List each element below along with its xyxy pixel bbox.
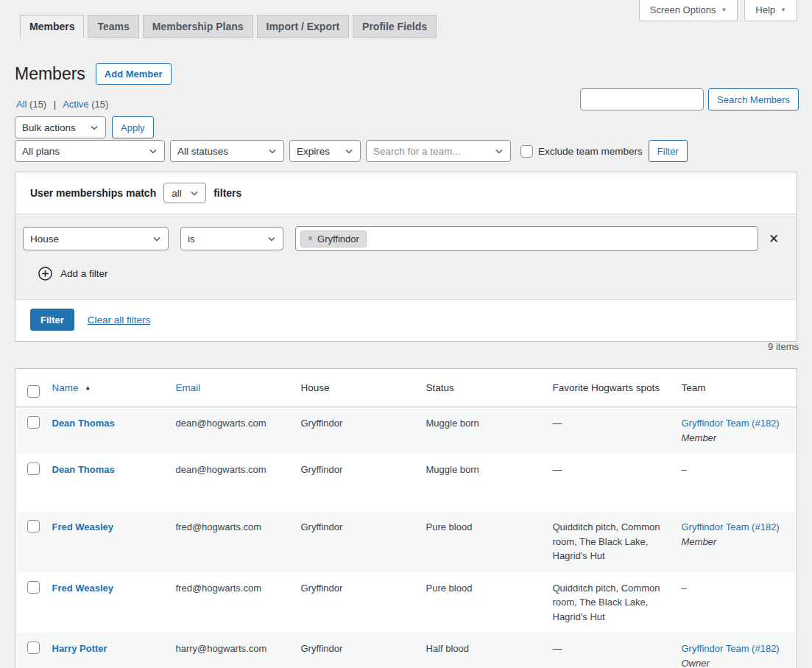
team-search-select[interactable]: Search for a team... [366,140,511,162]
column-header-name: Name ▲ [45,369,169,407]
page-title: Members [15,63,85,85]
tab-members[interactable]: Members [20,15,84,38]
match-suffix-label: filters [213,187,241,199]
member-team-cell: Gryffindor Team (#182) Owner [674,633,797,668]
clear-all-filters-link[interactable]: Clear all filters [88,314,151,326]
member-spots: — [546,407,674,454]
member-email: dean@hogwarts.com [169,454,294,511]
bulk-actions-select[interactable]: Bulk actions [15,116,106,138]
team-link[interactable]: Gryffindor Team (#182) [682,520,790,535]
member-status: Half blood [419,633,546,668]
chevron-down-icon [343,145,355,157]
row-checkbox[interactable] [27,520,40,532]
filter-bar-button[interactable]: Filter [649,140,688,162]
member-email: dean@hogwarts.com [169,407,294,454]
member-row: Harry Potter harry@hogwarts.com Gryffind… [15,633,797,668]
member-spots: — [546,633,674,668]
add-filter-button[interactable]: Add a filter [38,266,789,281]
team-link[interactable]: Gryffindor Team (#182) [682,416,790,431]
member-email: harry@hogwarts.com [169,633,294,668]
screen-options-button[interactable]: Screen Options ▼ [639,0,738,21]
member-row: Dean Thomas dean@hogwarts.com Gryffindor… [15,454,797,511]
chevron-down-icon [188,187,200,199]
member-name-link[interactable]: Fred Weasley [52,583,114,594]
email-header-label: Email [176,382,201,393]
filter-panel-footer: Filter Clear all filters [15,300,797,341]
column-header-team: Team [674,369,797,407]
column-header-spots: Favorite Hogwarts spots [546,369,674,407]
plans-select[interactable]: All plans [15,140,165,162]
row-checkbox[interactable] [27,416,40,429]
member-house: Gryffindor [294,572,419,633]
apply-button[interactable]: Apply [112,116,154,138]
name-header-label: Name [52,382,79,393]
advanced-filters-panel: User memberships match all filters House… [15,172,797,342]
member-name-link[interactable]: Harry Potter [52,643,107,654]
members-table: Name ▲ Email House Status Favorite Hogwa… [15,368,797,668]
sort-by-email-link[interactable]: Email [176,382,201,393]
member-spots: Quidditch pitch, Common room, The Black … [546,511,674,572]
expires-select[interactable]: Expires [289,140,361,162]
filter-bar: All plans All statuses Expires Search fo… [15,140,688,162]
exclude-team-members-label: Exclude team members [538,146,643,157]
member-team-cell: – [674,454,797,511]
tab-teams[interactable]: Teams [88,15,138,38]
member-name-link[interactable]: Fred Weasley [52,521,114,532]
team-search-placeholder: Search for a team... [373,146,461,157]
member-house: Gryffindor [294,511,419,572]
member-email: fred@hogwarts.com [169,572,294,633]
match-type-select[interactable]: all [163,183,206,203]
row-checkbox[interactable] [27,463,40,475]
row-checkbox[interactable] [27,641,40,654]
filter-rule-row: House is × Gryffindor ✕ [23,226,789,251]
statuses-select[interactable]: All statuses [170,140,284,162]
team-link[interactable]: Gryffindor Team (#182) [682,641,790,656]
view-all-link[interactable]: All [16,99,27,110]
member-house: Gryffindor [294,407,419,454]
search-input[interactable] [580,88,704,110]
column-header-email: Email [169,369,294,407]
view-links: All (15) | Active (15) [16,99,108,110]
chevron-down-icon [151,233,163,245]
chevron-down-icon [88,122,100,133]
member-status: Muggle born [419,407,546,454]
chevron-down-icon: ▼ [721,7,727,13]
member-house: Gryffindor [294,633,419,668]
member-name-link[interactable]: Dean Thomas [52,418,115,429]
team-role: Member [682,431,790,446]
remove-rule-icon[interactable]: ✕ [758,231,789,247]
statuses-select-value: All statuses [177,146,228,157]
view-active-link[interactable]: Active [63,99,88,110]
token-remove-icon[interactable]: × [308,233,313,244]
member-team-cell: Gryffindor Team (#182) Member [674,511,797,572]
rule-field-select[interactable]: House [23,227,169,250]
sort-by-name-link[interactable]: Name [52,382,79,393]
tab-import-export[interactable]: Import / Export [257,15,350,38]
view-active-count: (15) [91,99,108,110]
token-label: Gryffindor [317,233,359,245]
chevron-down-icon: ▼ [780,7,786,13]
exclude-team-members-option: Exclude team members [520,145,643,158]
help-button[interactable]: Help ▼ [744,0,797,21]
nav-tab-bar: Members Teams Membership Plans Import / … [16,15,437,38]
apply-filters-button[interactable]: Filter [30,309,74,331]
member-team-cell: – [674,572,797,633]
add-member-button[interactable]: Add Member [96,63,172,85]
member-email: fred@hogwarts.com [169,511,294,572]
member-name-link[interactable]: Dean Thomas [52,464,115,475]
exclude-team-members-checkbox[interactable] [520,145,533,158]
member-spots: Quidditch pitch, Common room, The Black … [546,572,674,633]
tab-profile-fields[interactable]: Profile Fields [353,15,437,38]
row-checkbox[interactable] [27,581,40,594]
chevron-down-icon [147,145,159,157]
member-team-cell: Gryffindor Team (#182) Member [674,407,797,454]
rule-operator-select[interactable]: is [180,227,283,250]
tab-membership-plans[interactable]: Membership Plans [143,15,253,38]
bulk-actions-row: Bulk actions Apply [15,116,154,138]
select-all-checkbox[interactable] [27,385,40,398]
member-row: Fred Weasley fred@hogwarts.com Gryffindo… [15,511,797,572]
view-separator: | [54,99,56,110]
rule-value-token-input[interactable]: × Gryffindor [295,226,758,251]
member-house: Gryffindor [294,454,419,511]
search-members-button[interactable]: Search Members [708,88,799,110]
